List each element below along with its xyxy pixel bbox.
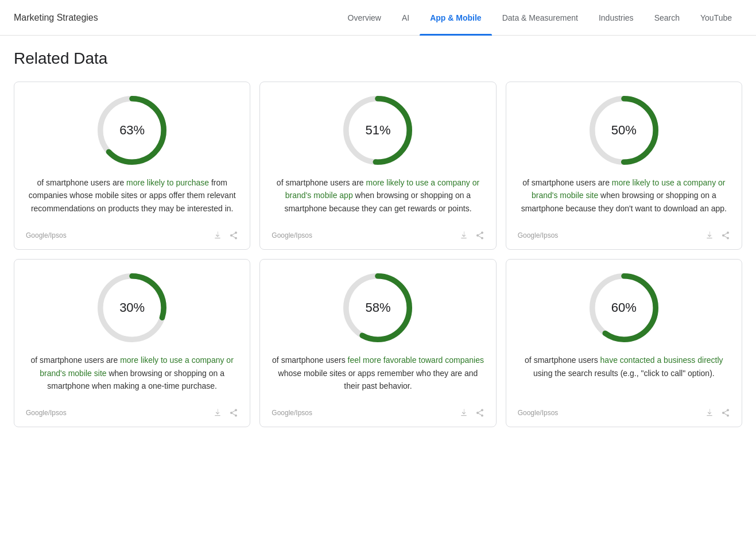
card-text-1: of smartphone users are more likely to p…: [26, 176, 238, 215]
header: Marketing Strategies OverviewAIApp & Mob…: [0, 0, 756, 36]
download-button-2[interactable]: [459, 231, 468, 240]
download-button-4[interactable]: [213, 408, 222, 417]
card-footer-3: Google/Ipsos: [518, 226, 730, 240]
card-actions-4: [213, 408, 238, 417]
share-button-3[interactable]: [721, 231, 730, 240]
card-footer-1: Google/Ipsos: [26, 226, 238, 240]
main-nav: OverviewAIApp & MobileData & Measurement…: [338, 0, 742, 36]
donut-label-2: 51%: [365, 123, 390, 138]
main-content: Related Data 63% of smartphone users are…: [0, 36, 756, 450]
share-button-6[interactable]: [721, 408, 730, 417]
card-highlight-3: more likely to use a company or brand's …: [532, 178, 726, 200]
share-button-2[interactable]: [475, 231, 484, 240]
nav-item-data-measurement[interactable]: Data & Measurement: [492, 0, 588, 36]
donut-label-4: 30%: [119, 300, 145, 315]
donut-chart-4: 30%: [98, 273, 166, 342]
card-actions-3: [705, 231, 730, 240]
donut-chart-1: 63%: [98, 96, 166, 165]
card-footer-2: Google/Ipsos: [272, 226, 484, 240]
share-button-1[interactable]: [229, 231, 238, 240]
card-footer-4: Google/Ipsos: [26, 404, 238, 417]
nav-item-app-mobile[interactable]: App & Mobile: [420, 0, 491, 36]
card-highlight-1: more likely to purchase: [126, 178, 209, 187]
download-button-1[interactable]: [213, 231, 222, 240]
donut-chart-2: 51%: [343, 96, 412, 165]
page-title: Related Data: [14, 49, 742, 68]
donut-chart-5: 58%: [343, 273, 412, 342]
nav-item-industries[interactable]: Industries: [588, 0, 644, 36]
donut-label-6: 60%: [611, 300, 637, 315]
download-button-6[interactable]: [705, 408, 714, 417]
donut-label-1: 63%: [119, 123, 145, 138]
data-card-6: 60% of smartphone users have contacted a…: [506, 259, 742, 427]
nav-item-youtube[interactable]: YouTube: [690, 0, 742, 36]
data-card-3: 50% of smartphone users are more likely …: [506, 82, 742, 250]
card-source-6: Google/Ipsos: [518, 409, 559, 417]
nav-item-ai[interactable]: AI: [391, 0, 420, 36]
donut-label-3: 50%: [611, 123, 637, 138]
share-button-4[interactable]: [229, 408, 238, 417]
card-source-3: Google/Ipsos: [518, 231, 559, 239]
download-button-3[interactable]: [705, 231, 714, 240]
data-card-4: 30% of smartphone users are more likely …: [14, 259, 250, 427]
card-text-4: of smartphone users are more likely to u…: [26, 354, 238, 392]
card-footer-6: Google/Ipsos: [518, 404, 730, 417]
data-card-5: 58% of smartphone users feel more favora…: [259, 259, 496, 427]
data-card-2: 51% of smartphone users are more likely …: [259, 82, 496, 250]
card-source-5: Google/Ipsos: [272, 409, 312, 417]
card-source-4: Google/Ipsos: [26, 409, 67, 417]
card-text-5: of smartphone users feel more favorable …: [272, 354, 484, 392]
card-highlight-5: feel more favorable toward companies: [348, 355, 484, 365]
card-actions-6: [705, 408, 730, 417]
cards-grid: 63% of smartphone users are more likely …: [14, 82, 742, 427]
share-button-5[interactable]: [475, 408, 484, 417]
brand-logo: Marketing Strategies: [14, 13, 98, 23]
card-highlight-4: more likely to use a company or brand's …: [40, 355, 234, 377]
card-highlight-2: more likely to use a company or brand's …: [285, 178, 479, 200]
card-footer-5: Google/Ipsos: [272, 404, 484, 417]
card-source-2: Google/Ipsos: [272, 231, 312, 239]
card-highlight-6: have contacted a business directly: [600, 355, 723, 365]
card-source-1: Google/Ipsos: [26, 231, 67, 239]
donut-label-5: 58%: [365, 300, 390, 315]
card-actions-1: [213, 231, 238, 240]
nav-item-overview[interactable]: Overview: [338, 0, 391, 36]
download-button-5[interactable]: [459, 408, 468, 417]
card-actions-2: [459, 231, 484, 240]
nav-item-search[interactable]: Search: [644, 0, 690, 36]
data-card-1: 63% of smartphone users are more likely …: [14, 82, 250, 250]
donut-chart-3: 50%: [590, 96, 658, 165]
card-text-2: of smartphone users are more likely to u…: [272, 176, 484, 215]
card-actions-5: [459, 408, 484, 417]
card-text-6: of smartphone users have contacted a bus…: [518, 354, 730, 392]
donut-chart-6: 60%: [590, 273, 658, 342]
card-text-3: of smartphone users are more likely to u…: [518, 176, 730, 215]
